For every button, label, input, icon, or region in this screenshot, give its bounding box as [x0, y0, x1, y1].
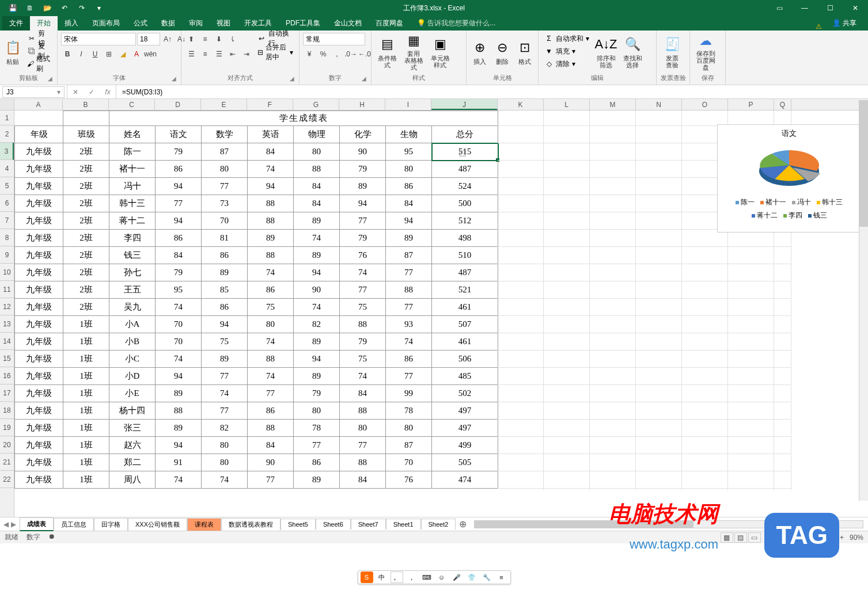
data-cell[interactable]: 赵六 — [109, 437, 156, 454]
tab-review[interactable]: 审阅 — [182, 16, 210, 31]
data-cell[interactable]: 95 — [386, 143, 432, 161]
sheet-tab-4[interactable]: XXX公司销售额 — [128, 518, 187, 531]
data-cell[interactable]: 94 — [156, 368, 202, 385]
number-format-select[interactable] — [303, 33, 365, 45]
warning-icon[interactable]: ⚠ — [816, 22, 822, 31]
sheet-tab-8[interactable]: Sheet6 — [316, 519, 351, 530]
ime-logo-icon[interactable]: S — [361, 572, 373, 583]
data-cell[interactable]: 88 — [248, 420, 294, 437]
row-header-19[interactable]: 19 — [0, 419, 14, 436]
row-header-12[interactable]: 12 — [0, 298, 14, 315]
align-left-icon[interactable]: ☰ — [185, 48, 198, 60]
data-cell[interactable]: 87 — [386, 247, 432, 264]
data-cell[interactable]: 89 — [202, 264, 248, 281]
data-cell[interactable]: 75 — [340, 351, 386, 368]
data-cell[interactable]: 515 — [432, 143, 498, 161]
data-cell[interactable]: 79 — [340, 333, 386, 351]
data-cell[interactable]: 89 — [294, 333, 340, 351]
data-cell[interactable]: 2班 — [63, 247, 109, 264]
data-cell[interactable]: 九年级 — [15, 333, 63, 351]
row-header-9[interactable]: 9 — [0, 246, 14, 264]
currency-icon[interactable]: ¥ — [303, 48, 316, 60]
data-cell[interactable]: 84 — [248, 143, 294, 161]
data-cell[interactable]: 89 — [386, 230, 432, 247]
inc-decimal-icon[interactable]: .0→ — [344, 48, 357, 60]
data-cell[interactable]: 九年级 — [15, 454, 63, 471]
data-cell[interactable]: 郑二 — [109, 454, 156, 471]
data-cell[interactable]: 94 — [202, 316, 248, 333]
chart-pie[interactable]: 语文 陈一褚十一冯十韩十三蒋十二李四钱三 — [717, 124, 861, 233]
data-cell[interactable]: 74 — [156, 299, 202, 316]
data-cell[interactable]: 74 — [294, 299, 340, 316]
data-cell[interactable]: 小C — [109, 351, 156, 368]
data-cell[interactable]: 77 — [386, 299, 432, 316]
data-cell[interactable]: 1班 — [63, 385, 109, 402]
data-cell[interactable]: 86 — [248, 281, 294, 299]
ribbon-options-icon[interactable]: ▭ — [767, 0, 792, 16]
data-cell[interactable]: 87 — [386, 437, 432, 454]
ime-comma-button[interactable]: ， — [405, 572, 418, 583]
col-header-N[interactable]: N — [636, 99, 682, 110]
data-cell[interactable]: 75 — [202, 333, 248, 351]
data-cell[interactable]: 498 — [432, 230, 498, 247]
data-cell[interactable]: 93 — [386, 316, 432, 333]
merge-button[interactable]: ⊟合并后居中 ▾ — [255, 47, 295, 58]
data-cell[interactable]: 79 — [156, 143, 202, 161]
data-cell[interactable]: 89 — [294, 247, 340, 264]
font-launcher-icon[interactable]: ◢ — [172, 75, 180, 83]
align-right-icon[interactable]: ☰ — [213, 48, 225, 60]
horizontal-scrollbar[interactable] — [474, 520, 863, 528]
col-header-C[interactable]: C — [109, 99, 155, 110]
save-icon[interactable]: 💾 — [5, 1, 21, 15]
paste-button[interactable]: 📋粘贴 — [3, 33, 22, 71]
underline-icon[interactable]: U — [89, 48, 101, 60]
row-header-11[interactable]: 11 — [0, 281, 14, 298]
orientation-icon[interactable]: ⤹ — [226, 33, 239, 45]
row-header-10[interactable]: 10 — [0, 264, 14, 281]
data-cell[interactable]: 82 — [202, 420, 248, 437]
data-cell[interactable]: 87 — [202, 143, 248, 161]
find-select-button[interactable]: 🔍查找和选择 — [620, 33, 645, 71]
row-header-8[interactable]: 8 — [0, 229, 14, 246]
data-cell[interactable]: 70 — [156, 316, 202, 333]
row-header-22[interactable]: 22 — [0, 471, 14, 488]
data-cell[interactable]: 蒋十二 — [109, 212, 156, 230]
vertical-scrollbar[interactable] — [859, 100, 868, 501]
cond-format-button[interactable]: ▤条件格式 — [375, 33, 399, 71]
data-cell[interactable]: 2班 — [63, 230, 109, 247]
data-cell[interactable]: 70 — [156, 333, 202, 351]
data-cell[interactable]: 88 — [340, 402, 386, 420]
data-cell[interactable]: 九年级 — [15, 385, 63, 402]
align-bottom-icon[interactable]: ⬇ — [213, 33, 225, 45]
share-button[interactable]: 👤 共享 — [827, 16, 862, 31]
data-cell[interactable]: 89 — [202, 351, 248, 368]
data-cell[interactable]: 褚十一 — [109, 161, 156, 178]
data-cell[interactable]: 80 — [248, 316, 294, 333]
data-cell[interactable]: 86 — [386, 178, 432, 195]
data-cell[interactable]: 474 — [432, 471, 498, 489]
data-cell[interactable]: 80 — [294, 143, 340, 161]
data-cell[interactable]: 86 — [156, 161, 202, 178]
view-pagebreak-icon[interactable]: ▭ — [748, 532, 761, 543]
col-header-I[interactable]: I — [385, 99, 431, 110]
insert-cells-button[interactable]: ⊕插入 — [470, 33, 490, 71]
data-cell[interactable]: 85 — [202, 281, 248, 299]
data-cell[interactable]: 81 — [202, 230, 248, 247]
data-cell[interactable]: 80 — [202, 437, 248, 454]
data-cell[interactable]: 王五 — [109, 281, 156, 299]
sheet-tab-10[interactable]: Sheet1 — [386, 519, 421, 530]
data-cell[interactable]: 九年级 — [15, 212, 63, 230]
data-cell[interactable]: 九年级 — [15, 316, 63, 333]
col-header-A[interactable]: A — [14, 99, 63, 110]
data-cell[interactable]: 524 — [432, 178, 498, 195]
data-cell[interactable]: 88 — [248, 351, 294, 368]
data-cell[interactable]: 74 — [202, 385, 248, 402]
data-cell[interactable]: 80 — [386, 420, 432, 437]
data-cell[interactable]: 74 — [340, 264, 386, 281]
row-header-5[interactable]: 5 — [0, 177, 14, 195]
format-cells-button[interactable]: ⊡格式 — [514, 33, 535, 71]
header-cell[interactable]: 年级 — [15, 126, 63, 143]
zoom-slider[interactable] — [776, 536, 834, 539]
data-cell[interactable]: 九年级 — [15, 368, 63, 385]
data-cell[interactable]: 79 — [294, 385, 340, 402]
